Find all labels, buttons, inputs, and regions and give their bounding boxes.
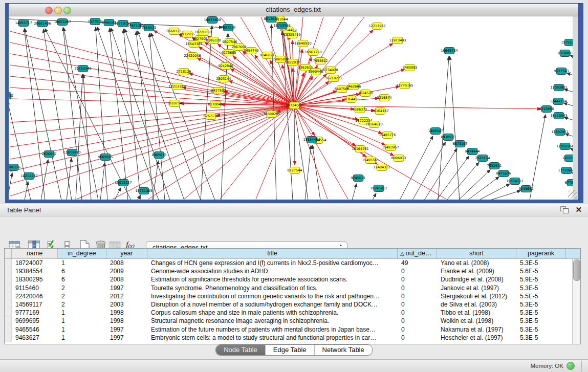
network-node[interactable]: 2803144 <box>216 76 231 82</box>
network-node[interactable]: 18640910 <box>294 40 311 47</box>
network-node[interactable]: 7386372 <box>353 106 367 113</box>
network-node[interactable]: 12093832 <box>550 84 567 91</box>
network-node[interactable]: 16210643 <box>550 113 567 119</box>
column-header-year[interactable]: year <box>106 249 147 259</box>
column-header-title[interactable]: title <box>147 249 398 259</box>
table-cell[interactable]: 9699695 <box>12 317 58 325</box>
table-cell[interactable]: 18724007 <box>12 259 58 267</box>
table-cell[interactable]: 1 <box>58 325 106 334</box>
network-edge[interactable] <box>564 103 573 111</box>
network-node[interactable]: 8170045 <box>208 101 223 108</box>
table-cell[interactable]: Yano et al. (2008) <box>437 259 516 267</box>
network-canvas[interactable]: 1872400786601238912955182260589827505165… <box>9 16 578 200</box>
zoom-window-button[interactable] <box>63 7 71 14</box>
network-node[interactable]: 10653287 <box>54 19 71 26</box>
network-node[interactable]: 8267110 <box>204 113 219 120</box>
network-node[interactable]: 8471676 <box>496 170 511 177</box>
table-cell[interactable]: 0 <box>398 300 437 309</box>
table-cell[interactable]: 2 <box>58 284 106 292</box>
network-node[interactable]: 7615521 <box>142 25 157 31</box>
network-node[interactable]: 10164761 <box>352 146 368 152</box>
network-node[interactable]: 1527002 <box>88 18 103 25</box>
network-node[interactable]: 8990448 <box>309 69 323 75</box>
network-edge[interactable] <box>424 148 457 200</box>
network-edge[interactable] <box>313 145 320 200</box>
table-cell[interactable]: 5.9E-5 <box>516 275 566 283</box>
table-cell[interactable]: 5.3E-5 <box>516 259 566 267</box>
table-cell[interactable]: 6 <box>58 275 106 283</box>
table-cell[interactable]: Estimation of the future numbers of pati… <box>147 325 398 334</box>
table-cell[interactable]: 1998 <box>106 309 147 317</box>
network-node[interactable]: 7630012 <box>9 93 13 99</box>
column-header-name[interactable]: name <box>12 249 58 259</box>
network-node[interactable]: 15731305 <box>135 188 152 194</box>
network-node[interactable]: 8427552 <box>211 87 226 94</box>
column-header-out_de[interactable]: △out_de… <box>398 249 437 259</box>
column-header-short[interactable]: short <box>437 249 516 259</box>
network-node[interactable]: 18226058 <box>194 29 211 36</box>
table-cell[interactable]: Tibbo et al. (1998) <box>437 309 516 317</box>
network-edge[interactable] <box>468 177 499 200</box>
table-cell[interactable]: 0 <box>398 325 437 334</box>
network-edge[interactable] <box>136 31 154 200</box>
network-node[interactable]: 12444134 <box>550 98 567 105</box>
table-row[interactable]: 1938455462009Genome-wide association stu… <box>5 267 573 275</box>
network-node[interactable]: 16033809 <box>204 17 221 24</box>
table-cell[interactable]: Hescheler et al. (1997) <box>437 334 516 342</box>
table-cell[interactable]: 5.5E-5 <box>516 292 566 300</box>
table-cell[interactable]: 49 <box>398 259 437 267</box>
network-edge[interactable] <box>111 28 170 200</box>
network-node[interactable]: 15692951 <box>551 129 568 136</box>
table-cell[interactable]: 2008 <box>106 275 147 283</box>
network-node[interactable]: 8215958 <box>539 106 554 113</box>
network-edge[interactable] <box>564 117 573 125</box>
table-row[interactable]: 977716911998Corpus callosum shape and si… <box>5 309 573 317</box>
network-node[interactable]: 17710651 <box>558 167 573 174</box>
table-cell[interactable]: Corpus callosum shape and size in male p… <box>147 309 398 317</box>
network-node[interactable]: 9245021 <box>351 175 366 182</box>
network-node[interactable]: 7632621 <box>487 163 502 169</box>
table-cell[interactable]: 0 <box>398 334 437 342</box>
network-node[interactable]: 1810754 <box>167 100 182 107</box>
table-cell[interactable]: 1 <box>58 317 106 325</box>
network-edge[interactable] <box>10 105 294 147</box>
table-cell[interactable]: de Silva et al. (2003) <box>437 300 516 309</box>
table-cell[interactable]: 1 <box>58 334 106 342</box>
network-node[interactable]: 8186328 <box>206 37 221 44</box>
network-edge[interactable] <box>220 105 294 199</box>
network-node[interactable]: 15495561 <box>362 157 379 164</box>
network-edge[interactable] <box>294 98 379 105</box>
network-node[interactable]: 12213389 <box>168 83 185 90</box>
network-edge[interactable] <box>183 87 294 105</box>
network-edge[interactable] <box>43 29 72 200</box>
network-edge[interactable] <box>294 105 348 199</box>
network-node[interactable]: 16164167 <box>372 108 388 115</box>
table-cell[interactable]: 22420046 <box>12 292 58 300</box>
network-edge[interactable] <box>153 161 158 200</box>
table-cell[interactable]: Jankovic et al. (1997) <box>437 284 516 292</box>
network-node[interactable]: 6734028 <box>323 67 338 74</box>
network-edge[interactable] <box>447 162 479 200</box>
network-node[interactable]: 20153346 <box>74 65 91 72</box>
table-cell[interactable]: 5.3E-5 <box>516 300 566 309</box>
table-cell[interactable]: 5.3E-5 <box>516 334 566 342</box>
table-cell[interactable]: Disruption of a novel member of a sodium… <box>147 300 398 309</box>
network-node[interactable]: 9245652 <box>519 186 534 192</box>
network-node[interactable]: 16961758 <box>304 49 321 56</box>
network-node[interactable]: 16648784 <box>441 48 458 54</box>
network-edge[interactable] <box>479 184 510 200</box>
network-node[interactable]: 2620052 <box>42 151 57 158</box>
table-cell[interactable]: 2009 <box>106 267 147 275</box>
network-edge[interactable] <box>564 89 573 97</box>
column-header-in_degree[interactable]: in_degree <box>58 249 106 259</box>
network-node[interactable]: 9275685 <box>222 50 236 56</box>
network-node[interactable]: 6873197 <box>453 141 468 147</box>
network-edge[interactable] <box>83 74 91 200</box>
table-cell[interactable]: 2003 <box>106 300 147 309</box>
table-cell[interactable]: 2008 <box>106 259 147 267</box>
table-cell[interactable]: 0 <box>398 317 437 325</box>
network-edge[interactable] <box>10 31 294 105</box>
network-node[interactable]: 7955812 <box>313 58 328 64</box>
network-node[interactable]: 10211287 <box>20 173 37 180</box>
network-node[interactable]: 2935114 <box>475 155 490 162</box>
